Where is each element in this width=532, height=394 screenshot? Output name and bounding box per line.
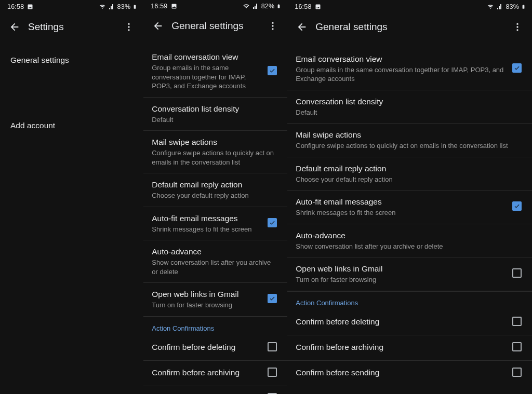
entry-title: Conversation list density [152,104,274,115]
general-settings-list: Email conversation view Group emails in … [287,40,532,386]
entry-subtitle: Choose your default reply action [152,191,274,200]
checkbox[interactable] [268,368,277,377]
checkbox[interactable] [512,368,522,377]
wifi-icon [243,3,250,9]
entry-subtitle: Default [296,108,518,117]
entry-email-conversation-view[interactable]: Email conversation view Group emails in … [143,46,287,98]
entry-title: Open web links in Gmail [296,264,507,275]
general-settings-list: Email conversation view Group emails in … [143,38,287,394]
entry-title: Confirm before deleting [296,317,512,328]
entry-confirm-before-sending[interactable]: Confirm before sending [287,361,532,386]
entry-title: Confirm before archiving [152,368,268,378]
entry-subtitle: Choose your default reply action [296,175,518,184]
signal-icon [496,4,503,10]
checkbox[interactable] [512,317,522,326]
entry-title: Auto-advance [152,247,274,257]
svg-point-3 [272,22,274,23]
entry-subtitle: Default [152,115,274,125]
svg-point-4 [272,25,274,26]
entry-confirm-before-deleting[interactable]: Confirm before deleting [143,335,287,361]
entry-default-reply-action[interactable]: Default email reply action Choose your d… [143,173,287,207]
entry-auto-advance[interactable]: Auto-advance Show conversation list afte… [143,240,287,283]
entry-confirm-before-deleting[interactable]: Confirm before deleting [287,310,532,335]
entry-conversation-list-density[interactable]: Conversation list density Default [143,98,287,131]
overflow-menu-button[interactable] [262,16,283,36]
overflow-menu-button[interactable] [507,17,528,37]
svg-point-8 [516,29,518,31]
entry-title: Auto-advance [296,230,518,241]
checkbox[interactable] [268,66,277,75]
overflow-menu-button[interactable] [118,17,139,37]
entry-email-conversation-view[interactable]: Email conversation view Group emails in … [287,48,532,90]
settings-list: General settings Add account [0,40,143,138]
entry-mail-swipe-actions[interactable]: Mail swipe actions Configure swipe actio… [287,124,532,157]
entry-conversation-list-density[interactable]: Conversation list density Default [287,90,532,124]
entry-mail-swipe-actions[interactable]: Mail swipe actions Configure swipe actio… [143,131,287,173]
entry-title: Conversation list density [296,97,518,107]
checkbox[interactable] [268,218,277,227]
screen-settings-root: 16:58 83% Settings General sett [0,0,143,394]
status-bar: 16:59 82% [143,0,287,13]
checkbox[interactable] [512,201,522,211]
svg-point-1 [128,26,130,28]
entry-default-reply-action[interactable]: Default email reply action Choose your d… [287,157,532,191]
status-battery-text: 83% [117,3,131,10]
checkbox[interactable] [512,268,522,278]
entry-subtitle: Show conversation list after you archive… [152,258,274,276]
entry-title: Default email reply action [152,180,274,191]
picture-icon [315,4,321,10]
checkbox[interactable] [512,342,522,351]
checkbox[interactable] [268,294,277,303]
checkbox[interactable] [512,63,522,73]
appbar: Settings [0,13,143,40]
svg-point-6 [516,23,518,25]
entry-title: Confirm before sending [296,368,512,378]
entry-auto-fit-messages[interactable]: Auto-fit email messages Shrink messages … [287,191,532,224]
signal-icon [252,3,259,9]
appbar-title: General settings [171,20,262,32]
entry-title: Open web links in Gmail [152,289,262,300]
entry-confirm-before-archiving[interactable]: Confirm before archiving [143,361,287,386]
svg-point-2 [128,29,130,31]
section-action-confirmations: Action Confirmations [143,317,287,335]
section-action-confirmations: Action Confirmations [287,291,532,310]
entry-subtitle: Group emails in the same conversation to… [152,63,262,91]
battery-icon [132,3,137,10]
back-button[interactable] [148,16,168,36]
entry-open-web-links[interactable]: Open web links in Gmail Turn on for fast… [143,283,287,316]
back-button[interactable] [4,17,25,37]
list-item-add-account[interactable]: Add account [0,113,143,138]
entry-subtitle: Configure swipe actions to quickly act o… [296,141,518,151]
more-vert-icon [512,22,523,32]
status-bar: 16:58 83% [0,0,143,13]
entry-confirm-before-sending[interactable]: Confirm before sending [143,386,287,394]
entry-confirm-before-archiving[interactable]: Confirm before archiving [287,335,532,361]
entry-auto-fit-messages[interactable]: Auto-fit email messages Shrink messages … [143,207,287,240]
status-time: 16:59 [151,3,167,10]
entry-title: Default email reply action [296,164,518,174]
battery-icon [276,3,281,10]
status-time: 16:58 [7,3,24,10]
entry-title: Auto-fit email messages [152,213,262,224]
status-bar: 16:58 83% [287,0,532,13]
svg-point-0 [128,23,130,25]
arrow-back-icon [152,20,164,32]
entry-auto-advance[interactable]: Auto-advance Show conversation list afte… [287,224,532,257]
screen-general-settings-a: 16:59 82% General settings [143,0,287,394]
wifi-icon [487,4,494,10]
arrow-back-icon [9,21,20,33]
entry-subtitle: Shrink messages to fit the screen [152,225,262,234]
picture-icon [27,4,33,10]
arrow-back-icon [296,21,308,33]
svg-point-7 [516,26,518,28]
entry-subtitle: Turn on for faster browsing [296,275,507,284]
back-button[interactable] [291,17,312,37]
entry-open-web-links[interactable]: Open web links in Gmail Turn on for fast… [287,257,532,291]
checkbox[interactable] [268,342,277,351]
list-item-general-settings[interactable]: General settings [0,48,143,73]
entry-title: Email conversation view [152,52,262,63]
entry-title: Confirm before archiving [296,342,512,353]
battery-icon [521,3,526,10]
status-battery-text: 83% [506,3,519,10]
entry-subtitle: Shrink messages to fit the screen [296,208,507,218]
